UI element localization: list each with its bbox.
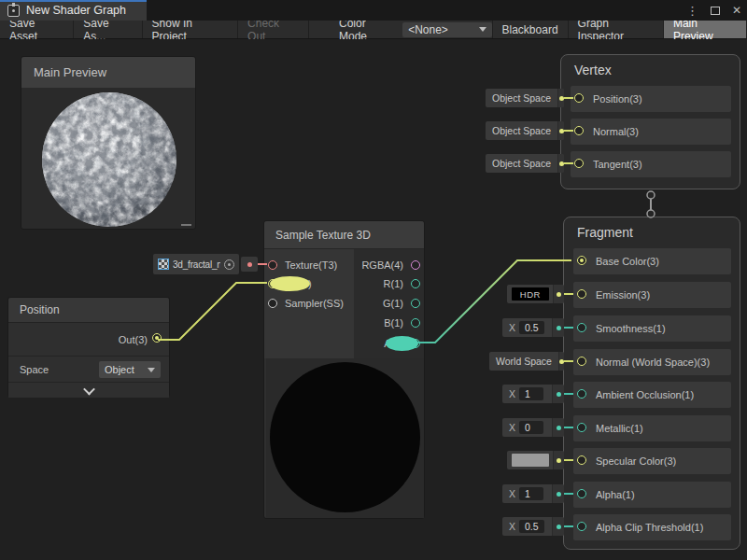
widget-connector [557,89,564,107]
output-g: G(1) [383,294,420,313]
vertex-row-normal[interactable]: Normal(3) [571,119,731,145]
value-input[interactable]: 1 [519,487,543,500]
out-port[interactable] [152,333,162,343]
fragment-row-metallic[interactable]: Metallic(1) [573,415,731,441]
base-color-port[interactable] [577,256,586,265]
collapse-preview-row [8,382,169,398]
tab-new-shader-graph[interactable]: New Shader Graph [0,0,147,21]
main-preview-header[interactable]: Main Preview [21,57,195,88]
object-picker-icon[interactable] [224,259,234,270]
value-input[interactable]: 0.5 [519,520,544,533]
save-asset-button[interactable]: Save Asset [0,21,74,38]
collapse-chevron-icon[interactable] [83,383,95,395]
ambient-occlusion-port[interactable] [577,389,586,399]
vertex-row-position[interactable]: Position(3) [571,86,731,112]
space-dropdown[interactable]: Object [99,361,161,378]
sample-texture-3d-node[interactable]: Sample Texture 3D Texture(T3) UV(3) Samp… [263,220,425,519]
hdr-color-swatch[interactable]: HDR [512,287,549,301]
smoothness-port[interactable] [577,323,586,332]
uv-port[interactable] [268,279,277,288]
widget-connector [553,451,564,469]
fragment-node[interactable]: Fragment Base Color(3) Emission(3) Smoot… [563,217,740,550]
alpha-field[interactable]: X 1 [502,484,564,503]
position-space-dropdown[interactable]: Object Space [486,89,564,107]
blackboard-toggle-button[interactable]: Blackboard [492,21,569,38]
alpha-clip-threshold-port[interactable] [577,522,586,531]
fragment-row-ambient-occlusion[interactable]: Ambient Occlusion(1) [573,382,731,408]
position-port[interactable] [574,93,584,103]
port-label: Sampler(SS) [285,298,344,309]
b-port[interactable] [411,318,420,328]
color-mode-dropdown[interactable]: <None> [402,22,491,37]
texture-object-field[interactable]: 3d_fractal_n [153,254,239,274]
row-label: Position(3) [593,93,642,105]
sample-texture-3d-title[interactable]: Sample Texture 3D [264,221,424,249]
specular-color-port[interactable] [577,455,586,465]
fragment-row-base-color[interactable]: Base Color(3) [573,248,731,274]
row-label: Emission(3) [596,289,650,301]
specular-color-field[interactable] [507,451,564,469]
fragment-row-alpha[interactable]: Alpha(1) [573,482,731,508]
fragment-row-emission[interactable]: Emission(3) [573,282,731,308]
edge-position-to-uv[interactable] [158,283,267,340]
alpha-port[interactable] [577,489,586,498]
emission-port[interactable] [577,289,586,299]
normal-port[interactable] [574,126,584,135]
fragment-row-smoothness[interactable]: Smoothness(1) [573,315,731,342]
maximize-icon[interactable] [711,7,720,15]
vertex-node[interactable]: Vertex Position(3) Normal(3) Tangent(3) [560,54,740,189]
value-input[interactable]: 0 [519,421,543,434]
position-node[interactable]: Position Out(3) Space Object [7,297,170,398]
x-label: X [509,322,515,333]
row-label: Smoothness(1) [596,323,666,334]
fragment-row-specular-color[interactable]: Specular Color(3) [573,448,731,474]
stem-top-connector[interactable] [647,191,655,199]
metallic-field[interactable]: X 0 [502,418,564,437]
rgba-port[interactable] [411,260,420,270]
widget-connector [552,418,564,437]
shader-preview-sphere[interactable] [39,90,179,230]
position-node-title[interactable]: Position [8,298,169,322]
graph-canvas[interactable]: Main Preview [0,39,747,560]
widget-connector [552,484,564,503]
emission-color-field[interactable]: HDR [507,285,564,303]
main-preview-title: Main Preview [34,65,106,79]
value-input[interactable]: 0.5 [519,321,544,334]
vertex-row-tangent[interactable]: Tangent(3) [571,151,731,177]
smoothness-field[interactable]: X 0.5 [502,318,564,337]
texture-port[interactable] [268,260,277,270]
shader-graph-window: New Shader Graph ⋮ ✕ Save Asset Save As.… [0,0,747,560]
graph-inspector-toggle-button[interactable]: Graph Inspector [569,21,664,38]
show-in-project-button[interactable]: Show In Project [143,21,238,38]
row-label: Specular Color(3) [596,455,676,467]
color-swatch[interactable] [512,454,549,467]
fragment-row-normal-ws[interactable]: Normal (World Space)(3) [573,349,731,375]
normal-space-dropdown[interactable]: Object Space [486,121,564,140]
g-port[interactable] [411,299,420,308]
chevron-down-icon [148,368,155,372]
main-preview-toggle-button[interactable]: Main Preview [664,21,747,38]
tangent-space-dropdown[interactable]: Object Space [486,154,564,173]
r-port[interactable] [411,279,420,288]
sampler-port[interactable] [268,299,277,308]
main-preview-panel[interactable]: Main Preview [21,56,196,230]
alpha-clip-threshold-field[interactable]: X 0.5 [502,517,564,536]
save-as-button[interactable]: Save As... [74,21,142,38]
space-value: World Space [489,356,558,367]
x-label: X [509,488,515,499]
normal-space-dropdown-fragment[interactable]: World Space [489,352,564,371]
metallic-port[interactable] [577,423,586,432]
texture-widget-connector [241,257,258,272]
close-icon[interactable]: ✕ [732,5,741,16]
ambient-occlusion-field[interactable]: X 1 [502,385,564,403]
panel-resize-handle[interactable] [181,224,191,226]
normal-ws-port[interactable] [577,357,586,366]
value-input[interactable]: 1 [519,387,543,400]
widget-connector [552,318,564,337]
row-label: Alpha Clip Threshold(1) [596,522,703,533]
widget-connector [553,285,564,303]
window-menu-icon[interactable]: ⋮ [686,5,698,17]
a-port[interactable] [411,339,420,348]
tangent-port[interactable] [574,159,584,168]
fragment-row-alpha-clip-threshold[interactable]: Alpha Clip Threshold(1) [573,514,731,540]
